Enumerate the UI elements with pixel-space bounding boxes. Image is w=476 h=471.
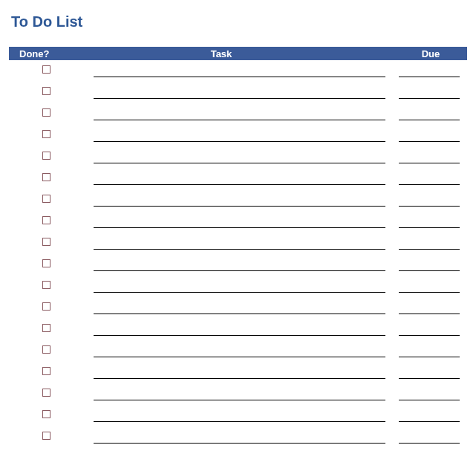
checkbox-cell <box>12 233 75 254</box>
task-field[interactable] <box>94 400 385 400</box>
list-row <box>9 125 467 146</box>
due-field[interactable] <box>399 270 460 271</box>
list-row <box>9 60 467 82</box>
due-field[interactable] <box>399 400 460 400</box>
column-header-row: Done? Task Due <box>9 47 467 60</box>
due-field[interactable] <box>399 98 460 99</box>
list-row <box>9 146 467 168</box>
checkbox-cell <box>12 426 75 448</box>
task-field[interactable] <box>94 77 385 77</box>
due-field[interactable] <box>399 335 460 336</box>
done-checkbox[interactable] <box>42 281 50 289</box>
due-field[interactable] <box>399 120 460 120</box>
checkbox-cell <box>12 362 75 383</box>
list-row <box>9 254 467 276</box>
checkbox-cell <box>12 319 75 340</box>
list-row <box>9 426 467 448</box>
task-field[interactable] <box>94 292 385 293</box>
done-checkbox[interactable] <box>42 324 50 332</box>
checkbox-cell <box>12 60 75 82</box>
list-row <box>9 362 467 383</box>
checkbox-cell <box>12 82 75 103</box>
checkbox-cell <box>12 254 75 276</box>
checkbox-cell <box>12 340 75 362</box>
due-field[interactable] <box>399 163 460 163</box>
checkbox-cell <box>12 405 75 426</box>
due-field[interactable] <box>399 357 460 357</box>
done-checkbox[interactable] <box>42 238 50 246</box>
done-checkbox[interactable] <box>42 367 50 375</box>
column-header-done: Done? <box>12 48 75 59</box>
done-checkbox[interactable] <box>42 432 50 440</box>
due-field[interactable] <box>399 292 460 293</box>
done-checkbox[interactable] <box>42 195 50 203</box>
list-row <box>9 82 467 103</box>
done-checkbox[interactable] <box>42 389 50 397</box>
due-field[interactable] <box>399 227 460 228</box>
task-field[interactable] <box>94 141 385 142</box>
checkbox-cell <box>12 297 75 319</box>
checkbox-cell <box>12 103 75 125</box>
task-field[interactable] <box>94 335 385 336</box>
task-field[interactable] <box>94 249 385 250</box>
task-field[interactable] <box>94 163 385 163</box>
checkbox-cell <box>12 276 75 297</box>
task-field[interactable] <box>94 421 385 422</box>
done-checkbox[interactable] <box>42 87 50 95</box>
done-checkbox[interactable] <box>42 65 50 74</box>
due-field[interactable] <box>399 77 460 77</box>
done-checkbox[interactable] <box>42 173 50 181</box>
checkbox-cell <box>12 189 75 211</box>
task-field[interactable] <box>94 184 385 185</box>
task-field[interactable] <box>94 378 385 379</box>
list-row <box>9 297 467 319</box>
list-row <box>9 168 467 189</box>
task-field[interactable] <box>94 314 385 314</box>
checkbox-cell <box>12 125 75 146</box>
done-checkbox[interactable] <box>42 108 50 117</box>
checkbox-cell <box>12 211 75 233</box>
task-field[interactable] <box>94 443 385 444</box>
list-row <box>9 276 467 297</box>
list-row <box>9 211 467 233</box>
task-field[interactable] <box>94 270 385 271</box>
task-field[interactable] <box>94 357 385 357</box>
due-field[interactable] <box>399 184 460 185</box>
list-row <box>9 383 467 405</box>
done-checkbox[interactable] <box>42 130 50 138</box>
column-header-due: Due <box>397 48 464 59</box>
task-field[interactable] <box>94 206 385 207</box>
task-field[interactable] <box>94 227 385 228</box>
done-checkbox[interactable] <box>42 152 50 160</box>
task-field[interactable] <box>94 98 385 99</box>
list-row <box>9 319 467 340</box>
due-field[interactable] <box>399 443 460 444</box>
checkbox-cell <box>12 383 75 405</box>
due-field[interactable] <box>399 314 460 314</box>
due-field[interactable] <box>399 378 460 379</box>
done-checkbox[interactable] <box>42 302 50 311</box>
checkbox-cell <box>12 168 75 189</box>
done-checkbox[interactable] <box>42 410 50 418</box>
list-row <box>9 103 467 125</box>
done-checkbox[interactable] <box>42 259 50 267</box>
list-row <box>9 405 467 426</box>
checkbox-cell <box>12 146 75 168</box>
rows-container <box>9 60 467 448</box>
list-row <box>9 340 467 362</box>
due-field[interactable] <box>399 141 460 142</box>
done-checkbox[interactable] <box>42 345 50 354</box>
task-field[interactable] <box>94 120 385 120</box>
due-field[interactable] <box>399 249 460 250</box>
due-field[interactable] <box>399 421 460 422</box>
due-field[interactable] <box>399 206 460 207</box>
done-checkbox[interactable] <box>42 216 50 224</box>
column-header-task: Task <box>75 48 397 59</box>
page-title: To Do List <box>11 13 467 30</box>
list-row <box>9 189 467 211</box>
list-row <box>9 233 467 254</box>
